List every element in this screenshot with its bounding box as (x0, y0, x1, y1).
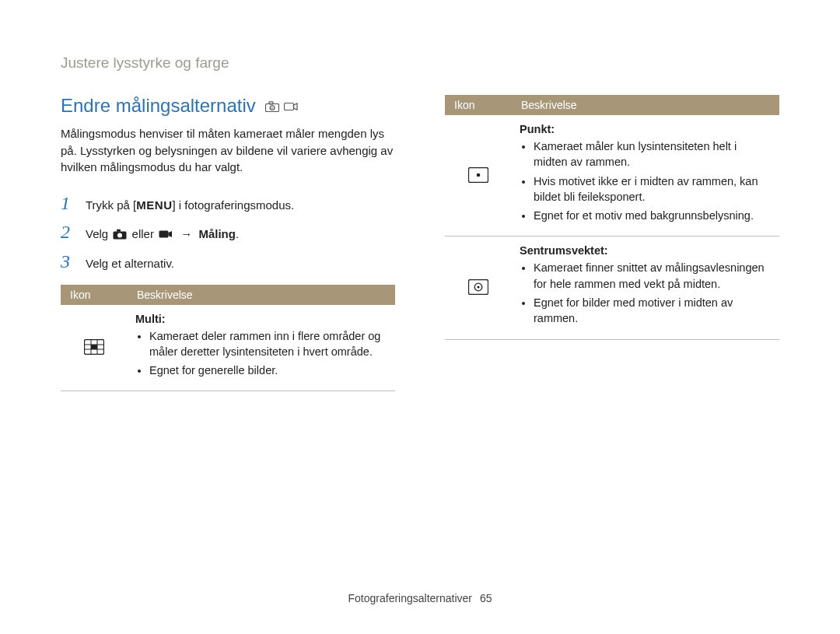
bullet: Kameraet måler kun lysintensiteten helt … (534, 138, 772, 170)
svg-rect-6 (117, 229, 121, 231)
svg-rect-4 (284, 103, 293, 110)
arrow-icon: → (180, 227, 192, 240)
desc-cell: Sentrumsvektet: Kameraet finner snittet … (512, 236, 779, 339)
intro-text: Målingsmodus henviser til måten kameraet… (61, 125, 395, 176)
step-num: 3 (61, 251, 75, 272)
step-1: 1 Trykk på [MENU] i fotograferingsmodus. (61, 193, 395, 214)
step-num: 1 (61, 193, 75, 214)
step-3: 3 Velg et alternativ. (61, 251, 395, 272)
step-2: 2 Velg eller → Måling. (61, 222, 395, 243)
th-desc: Beskrivelse (512, 95, 779, 115)
footer-label: Fotograferingsalternativer (348, 592, 473, 604)
steps-list: 1 Trykk på [MENU] i fotograferingsmodus.… (61, 193, 395, 272)
page-footer: Fotograferingsalternativer 65 (0, 592, 840, 604)
bullet: Hvis motivet ikke er i midten av rammen,… (534, 173, 772, 205)
desc-cell: Multi: Kameraet deler rammen inn i flere… (128, 305, 395, 391)
menu-button-label: MENU (136, 197, 172, 213)
step1-post: ] i fotograferingsmodus. (172, 198, 294, 212)
options-table-right: Ikon Beskrivelse Punkt: (445, 95, 779, 340)
table-row: Punkt: Kameraet måler kun lysintensitete… (445, 115, 779, 236)
section-title-text: Endre målingsalternativ (61, 95, 256, 117)
table-row: Multi: Kameraet deler rammen inn i flere… (61, 305, 395, 391)
svg-rect-8 (159, 230, 169, 237)
row-title: Punkt: (520, 123, 772, 135)
options-table-left: Ikon Beskrivelse (61, 285, 395, 392)
svg-point-16 (477, 173, 481, 177)
video-mode-icon (284, 95, 298, 117)
camera-icon (113, 229, 130, 242)
svg-rect-14 (91, 345, 97, 349)
center-weighted-metering-icon (445, 236, 512, 339)
bullet: Kameraet finner snittet av målingsavlesn… (534, 260, 772, 292)
svg-rect-1 (269, 102, 273, 104)
spot-metering-icon (445, 115, 512, 236)
row-title: Sentrumsvektet: (520, 244, 772, 257)
section-title: Endre målingsalternativ P (61, 95, 395, 117)
multi-metering-icon (61, 305, 128, 391)
row-title: Multi: (135, 313, 387, 325)
step1-pre: Trykk på [ (86, 198, 136, 212)
bullet: Egnet for bilder med motiver i midten av… (534, 295, 772, 327)
bullet: Kameraet deler rammen inn i flere område… (149, 328, 387, 360)
video-icon (159, 229, 176, 242)
bullet: Egnet for et motiv med bakgrunnsbelysnin… (534, 208, 772, 223)
right-column: Ikon Beskrivelse Punkt: (445, 95, 779, 391)
step-text: Velg eller → Måling. (86, 226, 239, 243)
th-desc: Beskrivelse (128, 285, 395, 305)
step2-pre: Velg (86, 227, 111, 240)
th-icon: Ikon (445, 95, 512, 115)
th-icon: Ikon (61, 285, 128, 305)
svg-point-19 (477, 285, 479, 288)
step2-mid: eller (132, 227, 158, 240)
step2-tail: . (236, 227, 239, 240)
bullet: Egnet for generelle bilder. (149, 363, 387, 378)
step-text: Trykk på [MENU] i fotograferingsmodus. (86, 197, 294, 213)
step2-bold: Måling (198, 227, 236, 240)
table-row: Sentrumsvektet: Kameraet finner snittet … (445, 236, 779, 339)
left-column: Endre målingsalternativ P Målingsmodus h… (61, 95, 395, 391)
breadcrumb: Justere lysstyrke og farge (61, 54, 779, 72)
step-text: Velg et alternativ. (86, 255, 174, 271)
desc-cell: Punkt: Kameraet måler kun lysintensitete… (512, 115, 779, 236)
page-number: 65 (480, 592, 492, 604)
svg-point-7 (117, 233, 122, 237)
photo-mode-icon: P (265, 95, 279, 117)
step-num: 2 (61, 222, 75, 243)
